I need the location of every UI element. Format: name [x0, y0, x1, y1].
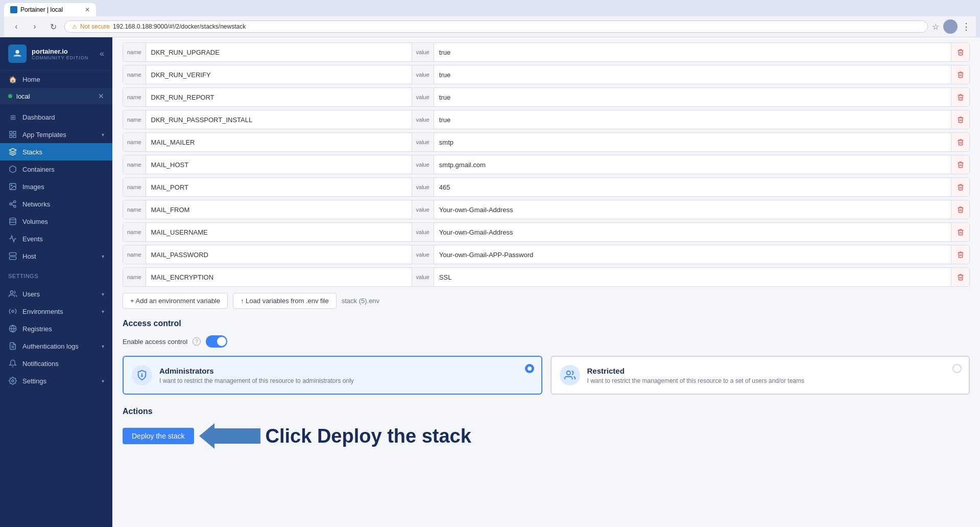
svg-point-12	[10, 218, 16, 220]
env-file-label: stack (5).env	[342, 297, 379, 305]
sidebar-item-notifications[interactable]: Notifications	[0, 355, 112, 372]
env-value-input[interactable]	[434, 67, 951, 83]
volumes-label: Volumes	[22, 218, 48, 225]
sidebar-item-images[interactable]: Images	[0, 178, 112, 195]
enable-access-label: Enable access control	[123, 338, 187, 346]
user-avatar[interactable]	[943, 19, 958, 34]
auth-logs-icon	[8, 341, 17, 351]
env-name-input[interactable]	[146, 269, 412, 285]
browser-toolbar: ‹ › ↻ ⚠ Not secure 192.168.0.188:9000/#!…	[4, 16, 976, 37]
back-btn[interactable]: ‹	[9, 19, 23, 34]
env-value-label: value	[412, 133, 434, 151]
env-name-input[interactable]	[146, 202, 412, 218]
sidebar-endpoint: local ✕	[0, 88, 112, 104]
load-env-btn[interactable]: ↑ Load variables from .env file	[233, 293, 337, 309]
env-name-input[interactable]	[146, 44, 412, 60]
actions-section: Actions Deploy the stack Click Deploy th…	[123, 407, 970, 449]
address-bar[interactable]: ⚠ Not secure 192.168.0.188:9000/#!/2/doc…	[64, 20, 928, 33]
env-name-input[interactable]	[146, 67, 412, 83]
endpoint-close-btn[interactable]: ✕	[98, 92, 104, 100]
bookmark-icon[interactable]: ☆	[932, 22, 939, 32]
sidebar-item-app-templates[interactable]: App Templates ▾	[0, 126, 112, 143]
env-delete-btn[interactable]	[951, 200, 969, 219]
stacks-label: Stacks	[22, 148, 42, 156]
env-name-input[interactable]	[146, 89, 412, 105]
menu-icon[interactable]: ⋮	[962, 21, 971, 32]
host-icon	[8, 251, 17, 261]
deploy-stack-btn[interactable]: Deploy the stack	[123, 428, 194, 444]
sidebar-item-auth-logs[interactable]: Authentication logs ▾	[0, 337, 112, 355]
env-name-input[interactable]	[146, 179, 412, 195]
env-name-label: name	[123, 133, 146, 151]
env-var-row: name value	[123, 245, 970, 264]
env-value-input[interactable]	[434, 134, 951, 150]
sidebar-item-host[interactable]: Host ▾	[0, 247, 112, 265]
env-value-input[interactable]	[434, 89, 951, 105]
env-delete-btn[interactable]	[951, 65, 969, 84]
env-delete-btn[interactable]	[951, 155, 969, 174]
access-card-title-restricted: Restricted	[587, 366, 961, 375]
tab-close-btn[interactable]: ✕	[85, 6, 90, 13]
env-delete-btn[interactable]	[951, 245, 969, 264]
sidebar-collapse-btn[interactable]: «	[100, 49, 104, 58]
env-name-input[interactable]	[146, 112, 412, 128]
tab-favicon	[10, 6, 17, 13]
env-var-row: name value	[123, 132, 970, 152]
reload-btn[interactable]: ↻	[46, 19, 60, 34]
auth-logs-label: Authentication logs	[22, 342, 79, 350]
env-delete-btn[interactable]	[951, 133, 969, 151]
env-value-input[interactable]	[434, 269, 951, 285]
sidebar-item-users[interactable]: Users ▾	[0, 285, 112, 303]
sidebar-item-settings[interactable]: Settings ▾	[0, 372, 112, 389]
registries-label: Registries	[22, 325, 52, 333]
sidebar-item-stacks[interactable]: Stacks	[0, 143, 112, 161]
env-value-input[interactable]	[434, 179, 951, 195]
sidebar-item-containers[interactable]: Containers	[0, 161, 112, 178]
env-delete-btn[interactable]	[951, 88, 969, 106]
access-card-icon-administrators	[132, 365, 152, 385]
sidebar-item-networks[interactable]: Networks	[0, 195, 112, 213]
env-delete-btn[interactable]	[951, 110, 969, 129]
actions-title: Actions	[123, 407, 970, 416]
stacks-icon	[8, 147, 17, 156]
env-value-input[interactable]	[434, 224, 951, 240]
environments-label: Environments	[22, 308, 63, 315]
env-name-input[interactable]	[146, 247, 412, 263]
env-delete-btn[interactable]	[951, 223, 969, 241]
access-control-toggle[interactable]	[206, 335, 227, 348]
sidebar-item-registries[interactable]: Registries	[0, 320, 112, 337]
env-value-input[interactable]	[434, 112, 951, 128]
env-value-input[interactable]	[434, 247, 951, 263]
env-value-label: value	[412, 110, 434, 129]
radio-empty	[952, 364, 962, 373]
sidebar-item-environments[interactable]: Environments ▾	[0, 303, 112, 320]
env-var-row: name value	[123, 177, 970, 197]
sidebar-item-home[interactable]: 🏠 Home	[0, 71, 112, 88]
active-tab[interactable]: Portainer | local ✕	[4, 3, 96, 16]
sidebar-item-dashboard[interactable]: ⊞ Dashboard	[0, 108, 112, 126]
env-value-label: value	[412, 200, 434, 219]
svg-point-23	[12, 380, 14, 382]
env-var-row: name value	[123, 87, 970, 107]
env-name-input[interactable]	[146, 224, 412, 240]
browser-chrome: Portainer | local ✕ ‹ › ↻ ⚠ Not secure 1…	[0, 0, 980, 37]
access-card-radio-administrators	[525, 364, 534, 373]
forward-btn[interactable]: ›	[28, 19, 42, 34]
sidebar-logo-text: portainer.io Community Edition	[32, 48, 88, 60]
env-delete-btn[interactable]	[951, 268, 969, 286]
env-delete-btn[interactable]	[951, 43, 969, 61]
env-value-input[interactable]	[434, 44, 951, 60]
env-delete-btn[interactable]	[951, 178, 969, 196]
add-env-btn[interactable]: + Add an environment variable	[123, 293, 228, 309]
env-name-label: name	[123, 43, 146, 61]
svg-rect-14	[9, 257, 16, 259]
env-value-input[interactable]	[434, 202, 951, 218]
env-var-row: name value	[123, 110, 970, 129]
env-name-input[interactable]	[146, 134, 412, 150]
env-value-input[interactable]	[434, 157, 951, 173]
access-card-restricted[interactable]: Restricted I want to restrict the manage…	[551, 356, 970, 395]
access-card-administrators[interactable]: Administrators I want to restrict the ma…	[123, 356, 542, 395]
sidebar-item-events[interactable]: Events	[0, 230, 112, 247]
sidebar-item-volumes[interactable]: Volumes	[0, 213, 112, 230]
env-name-input[interactable]	[146, 157, 412, 173]
